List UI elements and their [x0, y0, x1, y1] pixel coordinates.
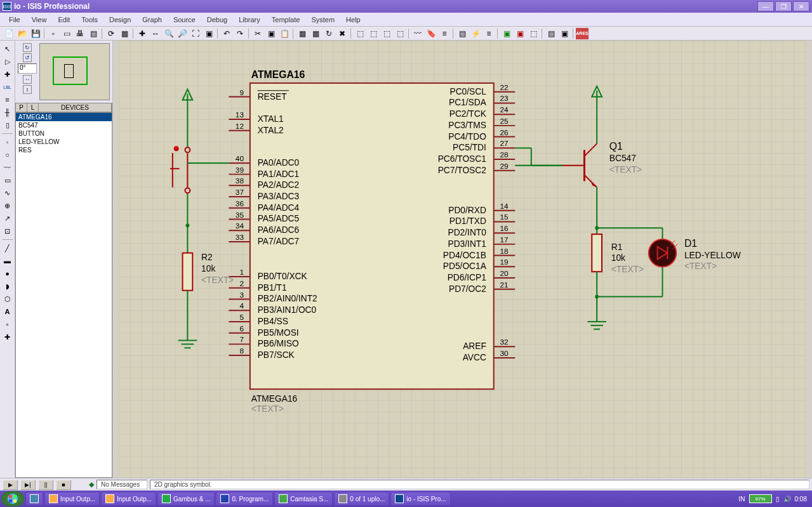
menu-design[interactable]: Design — [104, 15, 136, 25]
language-indicator[interactable]: IN — [739, 496, 745, 503]
block-move-button[interactable]: ▦ — [309, 28, 322, 39]
zoom-out-button[interactable]: 🔎 — [176, 28, 189, 39]
task-item[interactable]: 0. Program... — [216, 492, 273, 506]
menu-debug[interactable]: Debug — [202, 15, 232, 25]
block-delete-button[interactable]: ✖ — [336, 28, 349, 39]
terminal-tool[interactable]: ◦ — [2, 136, 13, 148]
maximize-button[interactable]: ❐ — [775, 1, 792, 11]
schematic-svg[interactable]: ATMEGA16 ATMEGA16 <TEXT> 9RESET13XTAL112… — [113, 41, 812, 478]
task-item[interactable]: Gambus & ... — [157, 492, 215, 506]
area-button[interactable]: ▭ — [60, 28, 73, 39]
stop-button[interactable]: ■ — [56, 480, 71, 490]
selection-tool[interactable]: ↖ — [2, 43, 13, 55]
menu-edit[interactable]: Edit — [53, 15, 75, 25]
line-tool[interactable]: ╱ — [2, 242, 13, 254]
ares-button[interactable]: ARES — [576, 28, 589, 39]
task-item[interactable]: Input Outp... — [44, 492, 100, 506]
open-button[interactable]: 📂 — [16, 28, 29, 39]
clock[interactable]: 0:08 — [795, 496, 807, 503]
angle-input[interactable]: 0° — [18, 63, 37, 74]
menu-view[interactable]: View — [27, 15, 52, 25]
decompose-button[interactable]: ⬚ — [394, 28, 406, 39]
bus-tool[interactable]: ╫ — [2, 107, 13, 118]
pan-button[interactable]: ↔ — [149, 28, 162, 39]
close-button[interactable]: ✕ — [793, 1, 809, 11]
text-tool[interactable]: A — [2, 306, 13, 317]
quick-launch-explorer[interactable] — [25, 492, 43, 506]
task-item[interactable]: 0 of 1 uplo... — [334, 492, 389, 506]
erc-button[interactable]: ⚡ — [469, 28, 482, 39]
menu-source[interactable]: Source — [168, 15, 201, 25]
menu-library[interactable]: Library — [234, 15, 265, 25]
menu-graph[interactable]: Graph — [137, 15, 167, 25]
minimize-button[interactable]: — — [757, 1, 774, 11]
property-button[interactable]: ≡ — [438, 28, 451, 39]
overview-panel[interactable] — [39, 43, 110, 100]
tape-tool[interactable]: ▭ — [2, 174, 13, 186]
packaging-button[interactable]: ⬚ — [380, 28, 393, 39]
search-tag-button[interactable]: 🔖 — [425, 28, 437, 39]
probe-i-tool[interactable]: ↗ — [2, 213, 13, 224]
schematic-canvas[interactable]: ATMEGA16 ATMEGA16 <TEXT> 9RESET13XTAL112… — [113, 41, 812, 478]
label-tool[interactable]: LBL — [2, 81, 13, 93]
new-sheet-button[interactable]: ▣ — [500, 28, 513, 39]
subcircuit-tool[interactable]: ▯ — [2, 119, 13, 131]
netlist-button[interactable]: ≡ — [483, 28, 495, 39]
messages-status[interactable]: No Messages — [97, 480, 147, 489]
chip-button[interactable]: ▣ — [558, 28, 571, 39]
grid-button[interactable]: ▦ — [118, 28, 131, 39]
origin-button[interactable]: ✚ — [136, 28, 149, 39]
device-item[interactable]: BC547 — [16, 121, 112, 129]
probe-v-tool[interactable]: ⊕ — [2, 200, 13, 211]
pause-button[interactable]: || — [38, 480, 53, 490]
refresh-button[interactable]: ⟳ — [105, 28, 117, 39]
start-button[interactable] — [1, 491, 24, 506]
undo-button[interactable]: ↶ — [220, 28, 233, 39]
zoom-area-button[interactable]: ▣ — [203, 28, 215, 39]
system-tray[interactable]: IN 97% ▯ 🔊 0:08 — [735, 494, 811, 503]
task-item[interactable]: Camtasia S... — [274, 492, 333, 506]
menu-template[interactable]: Template — [267, 15, 305, 25]
zoom-in-button[interactable]: 🔍 — [163, 28, 175, 39]
script-tool[interactable]: ≡ — [2, 94, 13, 105]
new-button[interactable]: 📄 — [3, 28, 15, 39]
task-item[interactable]: Input Outp... — [101, 492, 156, 506]
device-item[interactable]: ATMEGA16 — [16, 113, 112, 121]
cut-button[interactable]: ✂ — [251, 28, 264, 39]
marker-tool[interactable]: ✚ — [2, 331, 13, 343]
block-rotate-button[interactable]: ↻ — [323, 28, 335, 39]
device-item[interactable]: RES — [16, 146, 112, 154]
wire-autoroute-button[interactable]: 〰 — [411, 28, 424, 39]
pick-button[interactable]: ⬚ — [354, 28, 366, 39]
header-l[interactable]: L — [27, 103, 39, 112]
rotate-ccw-button[interactable]: ↺ — [23, 53, 32, 62]
device-item[interactable]: LED-YELLOW — [16, 138, 112, 146]
mirror-h-button[interactable]: ↔ — [23, 75, 32, 84]
box-tool[interactable]: ▬ — [2, 255, 13, 267]
tray-icon[interactable]: ▯ — [776, 496, 780, 503]
arc-tool[interactable]: ◗ — [2, 280, 13, 292]
volume-icon[interactable]: 🔊 — [783, 496, 791, 503]
task-item[interactable]: io - ISIS Pro... — [390, 492, 450, 506]
print-button[interactable]: 🖶 — [74, 28, 86, 39]
menu-system[interactable]: System — [306, 15, 340, 25]
report-button[interactable]: ▤ — [87, 28, 100, 39]
device-item[interactable]: BUTTON — [16, 129, 112, 138]
play-button[interactable]: ▶ — [3, 480, 18, 490]
step-button[interactable]: ▶| — [20, 480, 36, 490]
generator-tool[interactable]: ∿ — [2, 187, 13, 199]
page-button[interactable]: ▫ — [47, 28, 60, 39]
graph-tool[interactable]: 〰 — [2, 162, 13, 173]
mirror-v-button[interactable]: ↕ — [23, 85, 32, 94]
redo-button[interactable]: ↷ — [234, 28, 246, 39]
component-tool[interactable]: ▷ — [2, 56, 13, 67]
instrument-tool[interactable]: ⊡ — [2, 225, 13, 237]
bill-button[interactable]: ▤ — [456, 28, 469, 39]
device-list[interactable]: ATMEGA16 BC547 BUTTON LED-YELLOW RES — [15, 112, 112, 478]
copy-button[interactable]: ▣ — [265, 28, 277, 39]
paste-button[interactable]: 📋 — [278, 28, 291, 39]
battery-indicator[interactable]: 97% — [749, 494, 772, 503]
save-button[interactable]: 💾 — [29, 28, 42, 39]
delete-sheet-button[interactable]: ▣ — [514, 28, 526, 39]
menu-file[interactable]: File — [4, 15, 25, 25]
